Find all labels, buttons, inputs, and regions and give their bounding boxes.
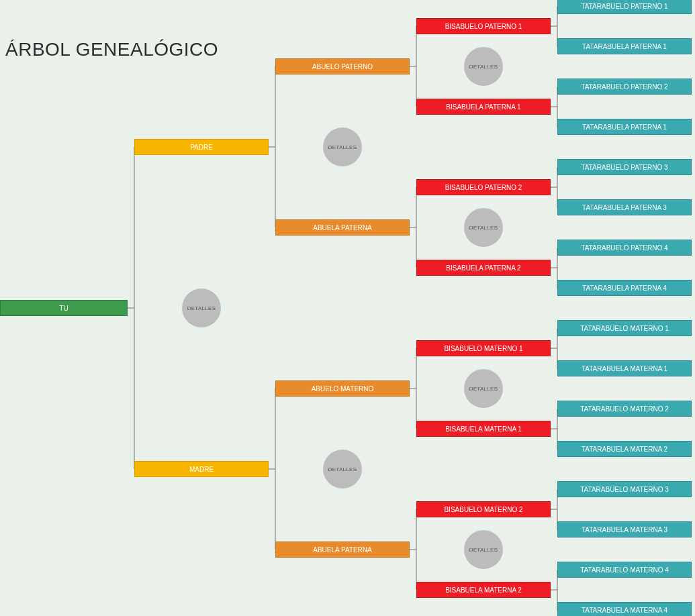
node-ggg-t16[interactable]: TATARABUELA MATERNA 4 [557, 602, 692, 616]
node-ggg-t1[interactable]: TATARABUELO PATERNO 1 [557, 0, 692, 14]
node-ggg-t8[interactable]: TATARABUELA PATERNA 4 [557, 280, 692, 296]
node-ggg-t5[interactable]: TATARABUELO PATERNO 3 [557, 159, 692, 175]
node-greatgrandparent-p2[interactable]: BISABUELA PATERNA 1 [416, 99, 551, 115]
node-greatgrandparent-p3[interactable]: BISABUELO PATERNO 2 [416, 179, 551, 195]
node-ggg-t7[interactable]: TATARABUELO PATERNO 4 [557, 240, 692, 256]
node-paternal-grandfather[interactable]: ABUELO PATERNO [275, 58, 410, 74]
node-ggg-t6[interactable]: TATARABUELA PATERNA 3 [557, 199, 692, 215]
node-maternal-grandmother[interactable]: ABUELA PATERNA [275, 542, 410, 558]
node-ggg-t9[interactable]: TATARABUELO MATERNO 1 [557, 320, 692, 336]
node-you[interactable]: TU [0, 300, 128, 316]
node-greatgrandparent-m4[interactable]: BISABUELA MATERNA 2 [416, 582, 551, 598]
node-ggg-t11[interactable]: TATARABUELO MATERNO 2 [557, 401, 692, 417]
details-button-gen1[interactable]: DETALLES [182, 289, 221, 327]
node-ggg-t14[interactable]: TATARABUELA MATERNA 3 [557, 521, 692, 537]
node-ggg-t10[interactable]: TATARABUELA MATERNA 1 [557, 360, 692, 376]
page-title: ÁRBOL GENEALÓGICO [5, 39, 218, 60]
node-maternal-grandfather[interactable]: ABUELO MATERNO [275, 380, 410, 397]
details-button-gen3-4[interactable]: DETALLES [464, 530, 503, 569]
node-ggg-t3[interactable]: TATARABUELO PATERNO 2 [557, 79, 692, 95]
node-greatgrandparent-m3[interactable]: BISABUELO MATERNO 2 [416, 501, 551, 517]
node-ggg-t13[interactable]: TATARABUELO MATERNO 3 [557, 481, 692, 497]
node-ggg-t15[interactable]: TATARABUELO MATERNO 4 [557, 562, 692, 578]
node-ggg-t2[interactable]: TATARABUELA PATERNA 1 [557, 38, 692, 54]
node-ggg-t4[interactable]: TATARABUELA PATERNA 1 [557, 119, 692, 135]
node-paternal-grandmother[interactable]: ABUELA PATERNA [275, 219, 410, 236]
details-button-gen3-3[interactable]: DETALLES [464, 369, 503, 408]
details-button-gen2-bottom[interactable]: DETALLES [323, 450, 362, 489]
node-father[interactable]: PADRE [134, 139, 269, 155]
node-greatgrandparent-m2[interactable]: BISABUELA MATERNA 1 [416, 421, 551, 437]
node-greatgrandparent-m1[interactable]: BISABUELO MATERNO 1 [416, 340, 551, 356]
node-greatgrandparent-p1[interactable]: BISABUELO PATERNO 1 [416, 18, 551, 34]
node-greatgrandparent-p4[interactable]: BISABUELA PATERNA 2 [416, 260, 551, 276]
node-mother[interactable]: MADRE [134, 461, 269, 477]
details-button-gen2-top[interactable]: DETALLES [323, 127, 362, 166]
node-ggg-t12[interactable]: TATARABUELA MATERNA 2 [557, 441, 692, 457]
details-button-gen3-1[interactable]: DETALLES [464, 47, 503, 86]
details-button-gen3-2[interactable]: DETALLES [464, 208, 503, 247]
